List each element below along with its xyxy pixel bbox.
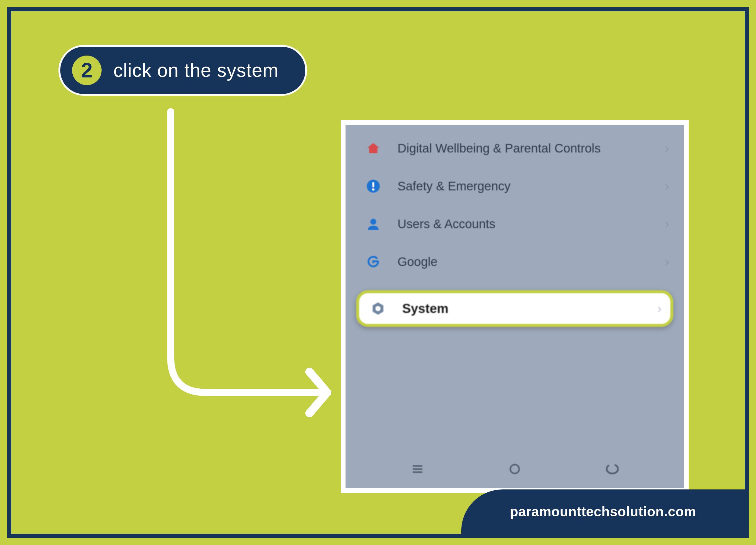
settings-item-label: Google: [382, 254, 665, 270]
chevron-right-icon: ›: [665, 217, 669, 231]
step-instruction: click on the system: [113, 59, 279, 81]
connector-arrow: [162, 106, 351, 431]
step-number-circle: 2: [72, 56, 102, 85]
chevron-right-icon: ›: [665, 179, 669, 193]
settings-item-label: Safety & Emergency: [382, 178, 665, 194]
instruction-card: 2 click on the system Digital Wellbeing …: [7, 7, 749, 538]
svg-point-2: [372, 188, 374, 191]
watermark-text: paramounttechsolution.com: [510, 504, 696, 520]
settings-item-system[interactable]: System ›: [359, 293, 670, 324]
google-g-icon: [364, 253, 382, 271]
chevron-right-icon: ›: [665, 141, 669, 155]
svg-point-5: [375, 306, 381, 311]
settings-item-users[interactable]: Users & Accounts ›: [354, 206, 675, 242]
svg-rect-1: [372, 182, 374, 187]
settings-item-label: System: [387, 301, 657, 316]
chevron-right-icon: ›: [657, 302, 661, 316]
nav-home-icon[interactable]: [506, 460, 524, 478]
settings-item-label: Users & Accounts: [382, 216, 665, 232]
watermark: paramounttechsolution.com: [461, 489, 745, 534]
person-icon: [364, 215, 382, 233]
settings-item-digital-wellbeing[interactable]: Digital Wellbeing & Parental Controls ›: [354, 131, 675, 166]
nav-back-icon[interactable]: [603, 460, 621, 478]
phone-settings-screenshot: Digital Wellbeing & Parental Controls › …: [341, 120, 689, 493]
house-icon: [364, 139, 382, 157]
gear-icon: [369, 300, 387, 318]
svg-point-3: [370, 219, 376, 224]
settings-list: Digital Wellbeing & Parental Controls › …: [346, 125, 684, 450]
alert-icon: [364, 177, 382, 195]
settings-item-system-highlight: System ›: [356, 290, 673, 327]
step-number: 2: [81, 60, 93, 81]
settings-item-label: Digital Wellbeing & Parental Controls: [382, 141, 665, 156]
settings-item-google[interactable]: Google ›: [354, 244, 675, 280]
android-nav-bar: [346, 450, 684, 488]
settings-item-safety[interactable]: Safety & Emergency ›: [354, 168, 675, 204]
chevron-right-icon: ›: [665, 255, 669, 269]
nav-recent-icon[interactable]: [409, 460, 426, 478]
step-pill: 2 click on the system: [58, 45, 307, 96]
svg-point-9: [510, 465, 519, 474]
